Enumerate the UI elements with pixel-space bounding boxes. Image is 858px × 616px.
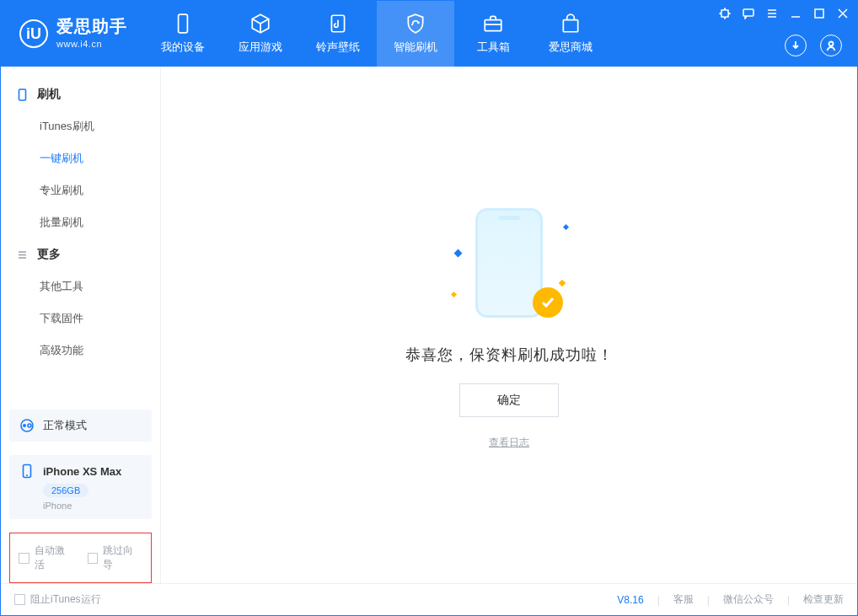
spark-icon	[451, 292, 457, 297]
account-button[interactable]	[820, 35, 842, 56]
skin-icon[interactable]	[719, 8, 731, 19]
nav-ringtone-wallpaper[interactable]: 铃声壁纸	[299, 1, 377, 67]
sidebar-item-download-firmware[interactable]: 下载固件	[1, 303, 160, 335]
nav-label: 智能刷机	[394, 40, 437, 55]
spark-icon	[563, 224, 569, 230]
maximize-icon[interactable]	[813, 8, 825, 19]
footer-link-support[interactable]: 客服	[673, 592, 694, 607]
logo-block: iU 爱思助手 www.i4.cn	[1, 1, 144, 67]
spark-icon	[454, 249, 463, 258]
checkbox-label: 自动激活	[35, 544, 74, 572]
svg-point-10	[28, 424, 31, 427]
checkbox-icon	[19, 553, 29, 564]
success-illustration	[450, 200, 568, 326]
menu-icon[interactable]	[766, 8, 778, 19]
nav-apps-games[interactable]: 应用游戏	[222, 1, 299, 67]
sidebar: 刷机 iTunes刷机 一键刷机 专业刷机 批量刷机 更多 其他工具 下载固件 …	[1, 67, 161, 583]
mode-card-label: 正常模式	[43, 418, 87, 433]
store-icon	[560, 13, 582, 35]
checkbox-block-itunes[interactable]: 阻止iTunes运行	[14, 592, 101, 607]
header-right-actions	[785, 35, 842, 56]
checkbox-icon	[88, 553, 99, 564]
checkbox-label: 跳过向导	[103, 544, 142, 572]
svg-point-12	[26, 474, 28, 476]
svg-rect-3	[563, 20, 577, 32]
nav-label: 应用游戏	[239, 40, 282, 55]
svg-rect-2	[485, 20, 501, 31]
app-logo-icon: iU	[19, 19, 48, 48]
nav-toolbox[interactable]: 工具箱	[454, 1, 532, 67]
device-storage-badge: 256GB	[43, 484, 88, 497]
cube-icon	[249, 13, 271, 35]
phone-icon	[16, 88, 29, 101]
nav-store[interactable]: 爱思商城	[532, 1, 609, 67]
footer-link-wechat[interactable]: 微信公众号	[723, 592, 774, 607]
device-card[interactable]: iPhone XS Max 256GB iPhone	[9, 455, 152, 519]
nav-label: 我的设备	[161, 40, 205, 55]
main-nav: 我的设备 应用游戏 铃声壁纸 智能刷机 工具箱 爱思商城	[144, 1, 609, 67]
checkbox-label: 阻止iTunes运行	[30, 592, 101, 607]
sidebar-item-pro-flash[interactable]: 专业刷机	[1, 174, 160, 206]
svg-rect-0	[179, 14, 188, 33]
svg-rect-4	[743, 9, 753, 16]
sidebar-item-oneclick-flash[interactable]: 一键刷机	[1, 142, 160, 174]
checkbox-icon	[14, 594, 25, 605]
toolbox-icon	[482, 13, 504, 35]
device-phone-icon	[19, 463, 35, 479]
device-type: iPhone	[43, 501, 142, 511]
app-header: iU 爱思助手 www.i4.cn 我的设备 应用游戏 铃声壁纸 智能刷机 工具…	[1, 1, 857, 67]
music-file-icon	[327, 13, 349, 35]
flash-options-box: 自动激活 跳过向导	[9, 533, 152, 583]
spark-icon	[559, 280, 566, 287]
app-domain: www.i4.cn	[56, 39, 102, 49]
sidebar-item-other-tools[interactable]: 其他工具	[1, 271, 160, 303]
sidebar-item-batch-flash[interactable]: 批量刷机	[1, 206, 160, 238]
list-icon	[16, 249, 29, 261]
window-controls	[719, 8, 849, 19]
footer-link-update[interactable]: 检查更新	[803, 592, 844, 607]
nav-my-device[interactable]: 我的设备	[144, 1, 222, 67]
device-name: iPhone XS Max	[43, 465, 121, 478]
sidebar-group-label: 刷机	[37, 87, 61, 102]
app-footer: 阻止iTunes运行 V8.16 | 客服 | 微信公众号 | 检查更新	[1, 583, 857, 615]
view-log-link[interactable]: 查看日志	[489, 436, 529, 450]
sidebar-group-flash: 刷机	[1, 78, 160, 110]
main-content: 恭喜您，保资料刷机成功啦！ 确定 查看日志	[161, 67, 857, 583]
success-message: 恭喜您，保资料刷机成功啦！	[405, 345, 614, 365]
nav-label: 铃声壁纸	[316, 40, 360, 55]
nav-label: 工具箱	[477, 40, 510, 55]
app-body: 刷机 iTunes刷机 一键刷机 专业刷机 批量刷机 更多 其他工具 下载固件 …	[1, 67, 857, 583]
sidebar-group-label: 更多	[37, 247, 61, 262]
nav-smart-flash[interactable]: 智能刷机	[377, 1, 454, 67]
device-icon	[172, 13, 194, 35]
svg-rect-5	[815, 9, 823, 18]
svg-point-9	[23, 424, 26, 427]
checkbox-skip-wizard[interactable]: 跳过向导	[88, 544, 143, 572]
checkbox-auto-activate[interactable]: 自动激活	[19, 544, 74, 572]
close-icon[interactable]	[837, 8, 849, 19]
sidebar-group-more: 更多	[1, 238, 160, 271]
svg-point-6	[829, 42, 834, 46]
mode-card[interactable]: 正常模式	[9, 410, 152, 442]
ok-button[interactable]: 确定	[459, 383, 559, 417]
shield-refresh-icon	[405, 13, 426, 35]
app-name: 爱思助手	[56, 17, 127, 35]
nav-label: 爱思商城	[549, 40, 593, 55]
minimize-icon[interactable]	[790, 8, 802, 19]
mode-normal-icon	[19, 418, 35, 433]
check-badge-icon	[533, 287, 563, 318]
feedback-icon[interactable]	[743, 8, 754, 19]
version-label: V8.16	[617, 594, 643, 606]
download-button[interactable]	[785, 35, 807, 56]
sidebar-item-advanced[interactable]: 高级功能	[1, 335, 160, 367]
sidebar-item-itunes-flash[interactable]: iTunes刷机	[1, 110, 160, 142]
svg-rect-7	[19, 89, 26, 100]
